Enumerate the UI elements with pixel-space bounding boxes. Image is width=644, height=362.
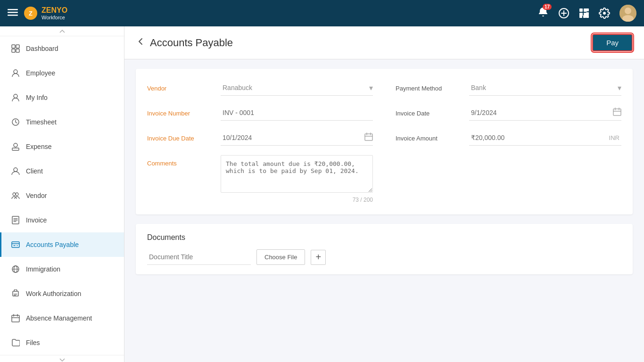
pay-button[interactable]: Pay xyxy=(592,34,633,51)
invoice-date-row: Invoice Date xyxy=(396,105,621,121)
sidebar-item-employee[interactable]: Employee xyxy=(0,61,124,85)
sidebar-item-work-authorization[interactable]: Work Authorization xyxy=(0,281,124,306)
sidebar-item-label: Employee xyxy=(26,69,55,77)
comments-label: Comments xyxy=(147,155,213,167)
page-title: Accounts Payable xyxy=(150,37,233,49)
notification-bell[interactable]: 17 xyxy=(537,7,549,20)
sidebar-item-vendor[interactable]: Vendor xyxy=(0,183,124,208)
content-area: Accounts Payable Pay Vendor Ranabuck xyxy=(124,26,644,362)
sidebar-item-label: Work Authorization xyxy=(26,290,81,297)
sidebar-item-absence-management[interactable]: Absence Management xyxy=(0,306,124,330)
document-title-input[interactable] xyxy=(147,249,251,265)
sidebar-item-label: Expense xyxy=(26,143,51,150)
svg-rect-38 xyxy=(365,134,372,140)
invoice-number-row: Invoice Number xyxy=(147,105,373,121)
svg-rect-23 xyxy=(16,49,19,52)
sidebar-item-label: Timesheet xyxy=(26,118,57,126)
main-layout: Dashboard Employee My Info xyxy=(0,26,644,362)
svg-rect-13 xyxy=(586,12,589,15)
sidebar-item-label: Immigration xyxy=(26,265,60,273)
comments-textarea[interactable] xyxy=(221,155,373,193)
invoice-amount-row: Invoice Amount INR xyxy=(396,130,621,146)
vendor-select[interactable]: Ranabuck xyxy=(221,80,369,95)
sidebar-item-label: Accounts Payable xyxy=(26,241,79,248)
vendor-select-wrapper: Ranabuck ▾ xyxy=(221,80,373,96)
sidebar-item-immigration[interactable]: Immigration xyxy=(0,257,124,281)
svg-point-24 xyxy=(14,70,17,74)
svg-text:Z: Z xyxy=(29,10,33,17)
timesheet-icon xyxy=(11,117,20,127)
sidebar-item-expense[interactable]: Expense xyxy=(0,134,124,159)
invoice-date-input[interactable] xyxy=(469,105,613,120)
hamburger-menu[interactable] xyxy=(8,7,18,20)
sidebar-item-files[interactable]: Files xyxy=(0,330,124,355)
invoice-date-wrapper xyxy=(469,105,621,121)
work-authorization-icon xyxy=(11,289,20,298)
employee-icon xyxy=(11,68,20,78)
sidebar-item-myinfo[interactable]: My Info xyxy=(0,85,124,110)
topnav: Z ZENYO Workforce 17 xyxy=(0,0,644,26)
svg-rect-21 xyxy=(16,45,19,48)
back-button[interactable] xyxy=(136,37,145,49)
sidebar-item-invoice[interactable]: Invoice xyxy=(0,208,124,232)
sidebar-item-client[interactable]: Client xyxy=(0,159,124,183)
invoice-due-date-row: Invoice Due Date xyxy=(147,130,373,146)
svg-point-31 xyxy=(16,193,18,196)
svg-rect-37 xyxy=(12,315,19,322)
invoice-due-date-input[interactable] xyxy=(221,130,364,145)
myinfo-icon xyxy=(11,93,20,102)
comments-row: Comments 73 / 200 xyxy=(147,155,373,203)
settings-icon[interactable] xyxy=(599,8,610,19)
invoice-number-input[interactable] xyxy=(221,105,373,121)
grid-apps-icon[interactable] xyxy=(579,8,589,18)
svg-point-18 xyxy=(625,8,631,14)
invoice-date-calendar-icon[interactable] xyxy=(613,107,621,118)
files-icon xyxy=(11,338,20,347)
vendor-label: Vendor xyxy=(147,80,213,92)
payment-method-select[interactable]: Bank xyxy=(469,80,618,95)
svg-point-25 xyxy=(14,94,17,98)
sidebar-item-label: Dashboard xyxy=(26,45,58,52)
choose-file-button[interactable]: Choose File xyxy=(256,249,305,265)
sidebar-item-accounts-payable[interactable]: Accounts Payable xyxy=(0,232,124,257)
vendor-dropdown-arrow: ▾ xyxy=(369,83,373,92)
invoice-amount-input[interactable] xyxy=(469,130,607,145)
invoice-amount-label: Invoice Amount xyxy=(396,130,462,142)
sidebar-item-label: Vendor xyxy=(26,192,47,199)
accounts-payable-icon xyxy=(11,240,20,249)
sidebar-item-label: Invoice xyxy=(26,216,47,224)
payment-method-wrapper: Bank ▾ xyxy=(469,80,621,96)
user-avatar[interactable] xyxy=(619,5,636,22)
svg-rect-14 xyxy=(579,15,582,18)
add-button[interactable] xyxy=(558,8,570,19)
svg-rect-6 xyxy=(579,8,583,12)
sidebar-item-label: Client xyxy=(26,167,43,175)
sidebar-item-timesheet[interactable]: Timesheet xyxy=(0,110,124,134)
invoice-due-date-label: Invoice Due Date xyxy=(147,130,213,142)
form-grid: Vendor Ranabuck ▾ Invoice Numb xyxy=(147,80,621,203)
add-document-button[interactable]: + xyxy=(311,250,326,265)
sidebar-item-label: My Info xyxy=(26,94,48,101)
vendor-row: Vendor Ranabuck ▾ xyxy=(147,80,373,96)
expense-icon xyxy=(11,142,20,151)
dashboard-icon xyxy=(11,44,20,53)
svg-rect-0 xyxy=(8,9,18,10)
documents-card: Documents Choose File + xyxy=(136,224,633,274)
payment-method-row: Payment Method Bank ▾ xyxy=(396,80,621,96)
payment-method-label: Payment Method xyxy=(396,80,462,92)
invoice-due-date-calendar-icon[interactable] xyxy=(364,132,373,143)
svg-rect-28 xyxy=(12,148,19,150)
documents-row: Choose File + xyxy=(147,249,621,265)
sidebar-item-label: Absence Management xyxy=(26,314,92,322)
invoice-icon xyxy=(11,215,20,225)
app-name: ZENYO Workforce xyxy=(41,6,67,20)
notification-badge: 17 xyxy=(543,4,552,10)
topnav-actions: 17 xyxy=(537,5,636,22)
comments-counter: 73 / 200 xyxy=(221,197,373,203)
app-logo: Z ZENYO Workforce xyxy=(24,6,67,20)
sidebar-item-label: Files xyxy=(26,339,40,346)
invoice-due-date-wrapper xyxy=(221,130,373,146)
client-icon xyxy=(11,166,20,176)
vendor-icon xyxy=(11,191,20,200)
sidebar-item-dashboard[interactable]: Dashboard xyxy=(0,36,124,61)
